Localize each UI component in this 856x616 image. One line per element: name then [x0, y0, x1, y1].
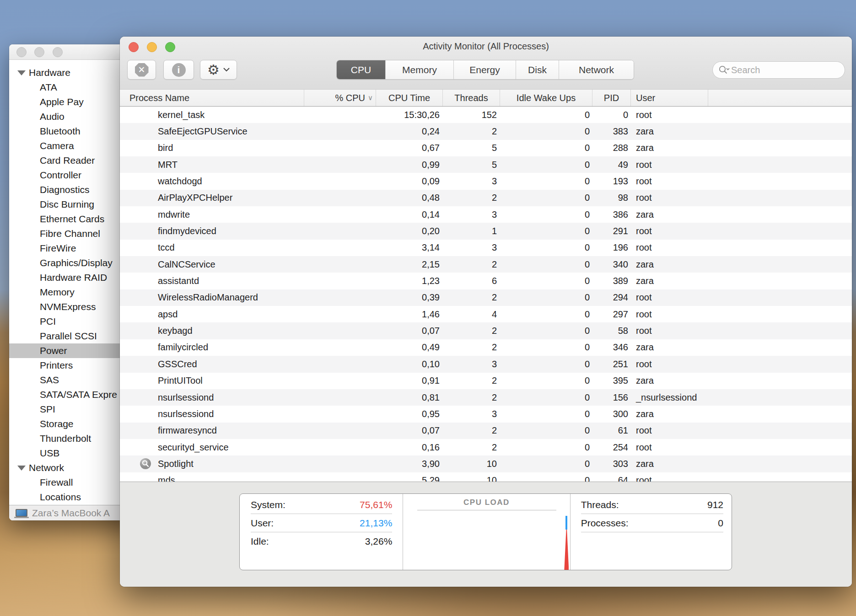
sidebar-item-pci[interactable]: PCI: [9, 314, 137, 329]
sidebar-item-label: FireWire: [40, 243, 76, 254]
sidebar-item-ata[interactable]: ATA: [9, 80, 137, 95]
process-row[interactable]: nsurlsessiond0,9530300zara: [120, 406, 852, 422]
cell-threads: 3: [443, 406, 500, 422]
cpu-load-title: CPU LOAD: [403, 498, 570, 507]
sidebar-item-hardware-raid[interactable]: Hardware RAID: [9, 270, 137, 285]
process-name-label: securityd_service: [158, 442, 229, 453]
process-row[interactable]: AirPlayXPCHelper0,482098root: [120, 190, 852, 206]
cell-pid: 58: [592, 322, 631, 339]
column-header-user[interactable]: User: [631, 90, 708, 106]
activity-monitor-window: Activity Monitor (All Processes) ✕ i ⚙ C…: [120, 37, 852, 587]
sidebar-item-storage[interactable]: Storage: [9, 417, 137, 431]
column-header-process-name[interactable]: Process Name: [120, 90, 304, 106]
process-row[interactable]: apsd1,4640297root: [120, 306, 852, 322]
process-row[interactable]: securityd_service0,1620254root: [120, 439, 852, 455]
sidebar-item-sas[interactable]: SAS: [9, 373, 137, 387]
zoom-button[interactable]: [53, 47, 63, 57]
process-name-label: findmydeviced: [158, 226, 216, 236]
sidebar-item-audio[interactable]: Audio: [9, 109, 137, 124]
user-value: 21,13%: [360, 518, 392, 529]
sidebar-item-parallel-scsi[interactable]: Parallel SCSI: [9, 329, 137, 343]
column-header-cpu[interactable]: % CPU∨: [304, 90, 376, 106]
column-header-cpu-time[interactable]: CPU Time: [376, 90, 443, 106]
process-name-label: kernel_task: [158, 110, 205, 120]
sidebar-item-sata-sata-expre[interactable]: SATA/SATA Expre: [9, 387, 137, 402]
column-header-threads[interactable]: Threads: [443, 90, 500, 106]
user-label: User:: [251, 518, 274, 529]
sidebar-item-memory[interactable]: Memory: [9, 285, 137, 300]
process-row[interactable]: assistantd1,2360389zara: [120, 273, 852, 289]
column-header-idle-wake-ups[interactable]: Idle Wake Ups: [500, 90, 592, 106]
process-row[interactable]: mdwrite0,1430386zara: [120, 206, 852, 223]
sidebar-item-controller[interactable]: Controller: [9, 168, 137, 182]
process-row[interactable]: Spotlight3,90100303zara: [120, 455, 852, 472]
cell-pid: 389: [592, 273, 631, 289]
process-row[interactable]: mds5,2910064root: [120, 472, 852, 482]
process-row[interactable]: firmwaresyncd0,072061root: [120, 423, 852, 439]
sidebar-item-apple-pay[interactable]: Apple Pay: [9, 95, 137, 109]
tab-network[interactable]: Network: [559, 60, 634, 79]
process-row[interactable]: SafeEjectGPUService0,2420383zara: [120, 123, 852, 139]
disclosure-triangle-icon[interactable]: [17, 466, 26, 471]
close-button[interactable]: [16, 47, 27, 57]
process-row[interactable]: GSSCred0,1030251root: [120, 356, 852, 372]
sidebar-item-bluetooth[interactable]: Bluetooth: [9, 124, 137, 139]
column-header-pid[interactable]: PID: [592, 90, 631, 106]
process-row[interactable]: watchdogd0,0930193root: [120, 173, 852, 189]
sidebar-item-power[interactable]: Power: [9, 343, 137, 358]
sidebar-item-locations[interactable]: Locations: [9, 490, 137, 504]
tab-cpu[interactable]: CPU: [337, 60, 386, 79]
cell-cpu-time: 2,15: [376, 256, 443, 273]
process-icon-slot: [140, 475, 151, 482]
force-quit-button[interactable]: ✕: [127, 60, 156, 80]
process-row[interactable]: WirelessRadioManagerd0,3920294root: [120, 289, 852, 306]
process-row[interactable]: nsurlsessiond0,8120156_nsurlsessiond: [120, 389, 852, 406]
sidebar-item-firewire[interactable]: FireWire: [9, 241, 137, 256]
sidebar-item-label: Graphics/Display: [40, 257, 113, 268]
cell-threads: 3: [443, 173, 500, 189]
sidebar-item-usb[interactable]: USB: [9, 446, 137, 461]
cell-process-name: SafeEjectGPUService: [120, 123, 304, 139]
tab-memory[interactable]: Memory: [386, 60, 454, 79]
process-row[interactable]: findmydeviced0,2010291root: [120, 223, 852, 239]
cell-threads: 10: [443, 472, 500, 482]
sidebar-item-disc-burning[interactable]: Disc Burning: [9, 197, 137, 212]
sidebar-item-printers[interactable]: Printers: [9, 358, 137, 373]
sidebar-item-firewall[interactable]: Firewall: [9, 475, 137, 490]
cell-cpu-time: 3,14: [376, 240, 443, 256]
sidebar-item-graphics-display[interactable]: Graphics/Display: [9, 256, 137, 270]
sidebar-item-thunderbolt[interactable]: Thunderbolt: [9, 431, 137, 446]
process-row[interactable]: bird0,6750288zara: [120, 140, 852, 156]
process-row[interactable]: kernel_task15:30,2615200root: [120, 107, 852, 123]
sidebar-item-fibre-channel[interactable]: Fibre Channel: [9, 226, 137, 241]
cell-process-name: familycircled: [120, 339, 304, 356]
process-row[interactable]: MRT0,995049root: [120, 156, 852, 173]
tab-energy[interactable]: Energy: [454, 60, 516, 79]
search-input[interactable]: Search: [712, 61, 845, 79]
cell-idle-wake-ups: 0: [500, 389, 592, 406]
inspect-button[interactable]: i: [163, 60, 194, 80]
process-row[interactable]: tccd3,1430196root: [120, 240, 852, 256]
process-table: kernel_task15:30,2615200rootSafeEjectGPU…: [120, 107, 852, 482]
tab-disk[interactable]: Disk: [516, 60, 559, 79]
process-row[interactable]: keybagd0,072058root: [120, 322, 852, 339]
sidebar-item-card-reader[interactable]: Card Reader: [9, 153, 137, 168]
sidebar-item-network[interactable]: Network: [9, 461, 137, 475]
process-row[interactable]: CalNCService2,1520340zara: [120, 256, 852, 273]
sidebar-item-hardware[interactable]: Hardware: [9, 65, 137, 80]
process-name-label: mds: [158, 475, 175, 482]
cell-idle-wake-ups: 0: [500, 206, 592, 223]
minimize-button[interactable]: [34, 47, 44, 57]
process-icon-slot: [140, 425, 151, 437]
column-header-filler: [708, 90, 852, 106]
sidebar-item-spi[interactable]: SPI: [9, 402, 137, 417]
sidebar-item-nvmexpress[interactable]: NVMExpress: [9, 300, 137, 314]
process-row[interactable]: familycircled0,4920346zara: [120, 339, 852, 356]
sidebar-item-camera[interactable]: Camera: [9, 139, 137, 153]
disclosure-triangle-icon[interactable]: [17, 70, 26, 75]
sidebar-item-ethernet-cards[interactable]: Ethernet Cards: [9, 212, 137, 226]
cell-cpu-time: 0,49: [376, 339, 443, 356]
settings-button[interactable]: ⚙: [200, 60, 237, 80]
process-row[interactable]: PrintUITool0,9120395zara: [120, 373, 852, 389]
sidebar-item-diagnostics[interactable]: Diagnostics: [9, 182, 137, 197]
